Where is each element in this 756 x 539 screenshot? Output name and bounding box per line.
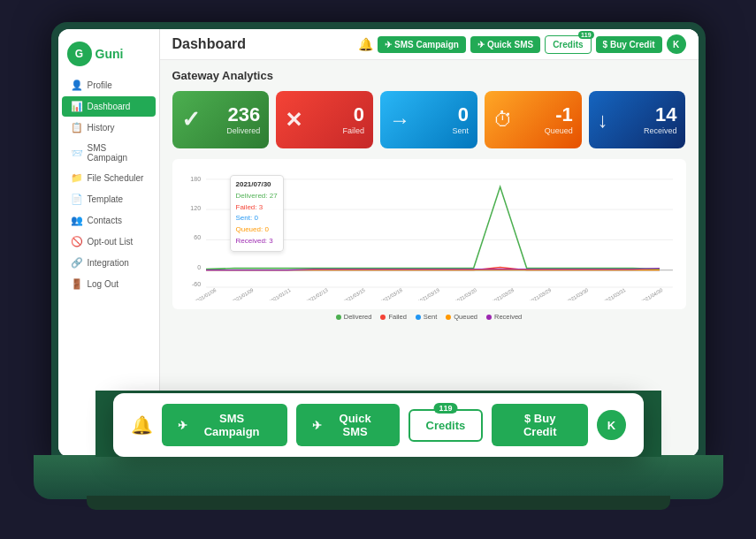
legend-dot-queued (446, 315, 451, 320)
queued-label: Queued (545, 126, 573, 135)
header: Dashboard 🔔 ✈ SMS Campaign ✈ Quick SMS (160, 29, 699, 60)
queued-info: -1 Queued (545, 105, 573, 135)
header-actions: 🔔 ✈ SMS Campaign ✈ Quick SMS 119 (358, 34, 685, 54)
svg-text:120: 120 (190, 204, 201, 212)
legend-delivered: Delivered (336, 313, 372, 321)
page-title: Dashboard (172, 36, 247, 52)
svg-text:2021/03/20: 2021/03/20 (454, 287, 477, 300)
chart-tooltip: 2021/07/30 Delivered: 27 Failed: 3 Sent:… (230, 175, 284, 252)
svg-text:2021/03/31: 2021/03/31 (602, 287, 626, 300)
sidebar-item-dashboard[interactable]: 📊 Dashboard (62, 96, 156, 117)
sidebar-label-history: History (88, 123, 115, 133)
sms-campaign-icon: 📨 (71, 148, 83, 159)
stat-card-failed: ✕ 0 Failed (276, 91, 373, 148)
tooltip-delivered: Delivered: 27 (236, 191, 278, 202)
overlay-buy-credit-button[interactable]: $ Buy Credit (492, 404, 588, 446)
sidebar-label-file-scheduler: File Scheduler (88, 173, 144, 183)
logout-icon: 🚪 (71, 278, 83, 290)
sms-campaign-button[interactable]: ✈ SMS Campaign (378, 36, 466, 53)
template-icon: 📄 (71, 194, 83, 205)
quick-sms-button[interactable]: ✈ Quick SMS (470, 36, 540, 53)
sidebar-label-logout: Log Out (88, 279, 119, 289)
overlay-user-avatar[interactable]: K (597, 410, 625, 440)
sidebar-item-integration[interactable]: 🔗 Integration (62, 253, 156, 273)
tooltip-queued: Queued: 0 (236, 224, 278, 236)
sidebar-item-logout[interactable]: 🚪 Log Out (62, 274, 156, 294)
svg-text:2021/03/18: 2021/03/18 (379, 287, 403, 300)
sidebar-item-history[interactable]: 📋 History (62, 118, 156, 138)
sidebar-label-contacts: Contacts (88, 216, 122, 225)
overlay-credits-button[interactable]: 119 Credits (409, 409, 484, 442)
user-avatar[interactable]: K (667, 34, 686, 54)
failed-value: 0 (343, 105, 365, 125)
sidebar-item-profile[interactable]: 👤 Profile (62, 75, 156, 95)
sent-value: 0 (452, 105, 469, 125)
delivered-label: Delivered (226, 126, 260, 135)
sidebar-item-template[interactable]: 📄 Template (62, 189, 156, 209)
stat-card-delivered: ✓ 236 Delivered (172, 91, 270, 148)
svg-text:2021/03/19: 2021/03/19 (416, 287, 440, 300)
sidebar-item-optout[interactable]: 🚫 Opt-out List (62, 232, 156, 252)
overlay-plane-icon: ✈ (178, 419, 187, 432)
paper-plane-icon: ✈ (385, 40, 392, 49)
overlay-bell-icon[interactable]: 🔔 (131, 414, 153, 436)
sidebar-label-sms-campaign: SMS Campaign (88, 143, 147, 163)
svg-text:2021/02/13: 2021/02/13 (304, 287, 328, 300)
tooltip-sent: Sent: 0 (236, 213, 278, 224)
bell-icon[interactable]: 🔔 (358, 37, 373, 51)
contacts-icon: 👥 (71, 215, 83, 226)
stat-cards: ✓ 236 Delivered ✕ 0 Failed (172, 91, 686, 148)
laptop-foot (87, 496, 670, 510)
sidebar-label-dashboard: Dashboard (88, 102, 131, 111)
svg-text:2021/03/30: 2021/03/30 (565, 287, 589, 300)
profile-icon: 👤 (71, 80, 83, 91)
sent-info: 0 Sent (452, 105, 469, 135)
tooltip-date: 2021/07/30 (236, 179, 278, 191)
legend-received: Received (486, 313, 522, 321)
svg-text:2021/03/15: 2021/03/15 (342, 287, 366, 300)
credits-badge: 119 (578, 31, 594, 39)
logo-text: Guni (95, 47, 124, 61)
chart-legend: Delivered Failed Sent (172, 313, 686, 321)
svg-text:180: 180 (190, 175, 201, 183)
overlay-sms-campaign-button[interactable]: ✈ SMS Campaign (162, 404, 287, 446)
sidebar-item-contacts[interactable]: 👥 Contacts (62, 210, 156, 231)
stat-card-received: ↓ 14 Received (589, 91, 686, 148)
quick-send-icon: ✈ (477, 40, 485, 49)
sent-label: Sent (452, 126, 469, 135)
overlay-quick-sms-button[interactable]: ✈ Quick SMS (296, 404, 400, 446)
section-title: Gateway Analytics (172, 69, 686, 82)
logo: G Guni (58, 36, 159, 75)
delivered-info: 236 Delivered (226, 105, 260, 135)
received-value: 14 (644, 105, 677, 125)
failed-info: 0 Failed (343, 105, 365, 135)
sidebar-label-profile: Profile (88, 80, 112, 90)
svg-text:2021/04/30: 2021/04/30 (639, 287, 663, 300)
stat-card-queued: ⏱ -1 Queued (485, 91, 582, 148)
svg-text:2021/01/11: 2021/01/11 (267, 287, 291, 300)
sent-icon: → (389, 108, 410, 133)
svg-text:60: 60 (194, 233, 201, 241)
legend-dot-failed (380, 315, 386, 320)
buy-credit-button[interactable]: $ Buy Credit (596, 36, 662, 53)
optout-icon: 🚫 (71, 236, 83, 247)
sidebar-label-optout: Opt-out List (88, 237, 134, 247)
integration-icon: 🔗 (71, 257, 83, 269)
file-scheduler-icon: 📁 (71, 172, 83, 184)
delivered-value: 236 (226, 105, 260, 125)
legend-dot-sent (416, 315, 421, 320)
history-icon: 📋 (71, 122, 83, 133)
sidebar-item-sms-campaign[interactable]: 📨 SMS Campaign (62, 139, 156, 167)
svg-text:2021/01/09: 2021/01/09 (230, 287, 254, 300)
legend-queued: Queued (446, 313, 477, 321)
sidebar-item-file-scheduler[interactable]: 📁 File Scheduler (62, 168, 156, 188)
queued-value: -1 (545, 105, 573, 125)
svg-text:2021/03/28: 2021/03/28 (491, 287, 515, 300)
sidebar-label-integration: Integration (88, 258, 129, 268)
stat-card-sent: → 0 Sent (380, 91, 477, 148)
failed-icon: ✕ (285, 108, 302, 133)
dashboard-icon: 📊 (71, 101, 83, 112)
received-info: 14 Received (644, 105, 677, 135)
credits-button[interactable]: 119 Credits (545, 35, 591, 54)
delivered-icon: ✓ (181, 106, 201, 133)
